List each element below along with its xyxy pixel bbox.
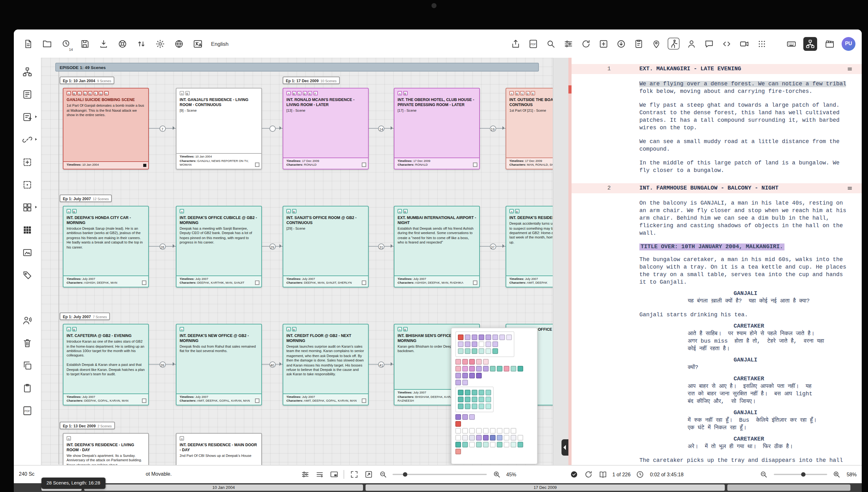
color-swatch[interactable]	[486, 403, 491, 409]
color-swatch[interactable]	[469, 359, 475, 365]
character-name[interactable]: GANJALI	[734, 410, 862, 416]
color-swatch[interactable]	[455, 435, 461, 441]
action-paragraph[interactable]: We fly past a steep ghat and towards a l…	[639, 102, 862, 132]
fit-view-icon[interactable]	[349, 470, 359, 479]
comments-icon[interactable]	[703, 38, 714, 49]
episode-header[interactable]: EPISODE 1: 49 Scenes	[55, 63, 539, 72]
layers-icon[interactable]	[315, 470, 324, 479]
select-area-icon[interactable]	[22, 157, 33, 168]
color-swatch[interactable]	[462, 414, 468, 420]
layout-grid-icon[interactable]	[22, 202, 33, 213]
code-icon[interactable]	[721, 38, 732, 49]
dialogue-text[interactable]: क्यों?	[688, 364, 862, 371]
zoom-in-icon[interactable]	[832, 470, 842, 479]
scene-card[interactable]: AB INT. CAFETERIA @ GB2 - EVENING Introd…	[63, 324, 149, 405]
autosave-check-icon[interactable]	[569, 470, 579, 479]
timeline-group-chip[interactable]: Ep 1: July 20077 Scenes	[60, 313, 110, 320]
zoom-in-icon[interactable]	[492, 470, 501, 479]
color-swatch[interactable]	[511, 435, 516, 441]
script-zoom-slider[interactable]	[774, 474, 827, 475]
connector-badge[interactable]: 29	[269, 243, 275, 249]
scene-card[interactable]: AB INT. DEEPAK'S RESIDENCE - MORNING Dee…	[506, 206, 553, 288]
board-filter-icon[interactable]	[300, 470, 310, 479]
scene-heading[interactable]: 2INT. FARMHOUSE BUNGALOW - BALCONY - NIG…	[571, 183, 862, 193]
color-swatch[interactable]	[455, 442, 461, 447]
scene-card[interactable]: AB INT. CREDIT FLOOR @ GB2 - NEXT MORNIN…	[283, 324, 369, 405]
share-icon[interactable]	[510, 38, 521, 49]
scene-card[interactable]: AB INT. SANJIT'S OFFICE ROOM @ GB2 - CON…	[283, 206, 369, 288]
color-swatch[interactable]	[483, 366, 489, 371]
scene-card[interactable]: A INT. DEEPAK'S NEW OFFICE @ GB2 - MORNI…	[176, 324, 262, 405]
language-selector[interactable]: English	[211, 41, 229, 47]
color-swatch[interactable]	[492, 348, 498, 354]
contacts-icon[interactable]	[686, 38, 697, 49]
color-swatch[interactable]	[469, 442, 475, 447]
color-swatch-icon[interactable]	[22, 292, 33, 303]
color-swatch[interactable]	[458, 403, 464, 409]
sync-icon[interactable]	[584, 470, 593, 479]
color-swatch[interactable]	[492, 341, 498, 347]
connector-badge[interactable]	[269, 125, 275, 131]
language-globe-icon[interactable]	[173, 38, 184, 49]
timeline-group-chip[interactable]: Ep 1: July 200712 Scenes	[60, 195, 112, 202]
dialogue-text[interactable]: आते है साहिब। पर श्याम होने से पहले निकल…	[688, 330, 862, 353]
color-swatch[interactable]	[455, 366, 461, 371]
video-camera-icon[interactable]	[738, 38, 749, 49]
color-swatch[interactable]	[490, 442, 496, 447]
connector-badge[interactable]: 40	[269, 361, 275, 367]
color-swatch[interactable]	[490, 428, 496, 434]
pdf-box-icon[interactable]: PDF	[22, 405, 33, 416]
color-swatch[interactable]	[497, 435, 502, 441]
board-view-icon[interactable]	[22, 67, 33, 77]
color-swatch[interactable]	[478, 335, 484, 340]
download-icon[interactable]	[98, 38, 109, 49]
timeline-group-chip[interactable]: Ep 1: 13 Dec 20092 Scenes	[60, 422, 115, 429]
color-swatch[interactable]	[465, 397, 470, 402]
color-swatch[interactable]	[455, 421, 461, 427]
color-swatch[interactable]	[465, 335, 470, 340]
connector-badge[interactable]: 7	[159, 125, 165, 131]
avatar[interactable]: PU	[842, 37, 855, 51]
color-swatch[interactable]	[472, 403, 477, 409]
color-swatch[interactable]	[458, 341, 464, 347]
duplicate-icon[interactable]	[22, 360, 33, 371]
scene-card[interactable]: AB INT. THE OBEROI HOTEL, CLUB HOUSE - P…	[394, 88, 480, 169]
color-swatch[interactable]	[504, 442, 509, 447]
color-swatch[interactable]	[490, 366, 496, 371]
voice-over-icon[interactable]	[22, 315, 33, 326]
color-swatch[interactable]	[465, 341, 470, 347]
color-swatch[interactable]	[465, 390, 470, 395]
color-swatch[interactable]	[490, 435, 496, 441]
board-view-icon[interactable]	[803, 37, 817, 51]
color-swatch[interactable]	[458, 390, 464, 395]
color-swatch[interactable]	[483, 442, 489, 447]
save-icon[interactable]	[79, 38, 90, 49]
preview-icon[interactable]	[824, 38, 835, 49]
color-swatch[interactable]	[504, 435, 509, 441]
color-swatch[interactable]	[462, 366, 468, 371]
color-swatch[interactable]	[499, 335, 505, 340]
open-folder-icon[interactable]	[42, 38, 52, 49]
color-swatch[interactable]	[497, 442, 502, 447]
report-icon[interactable]	[633, 38, 644, 49]
color-swatch[interactable]	[469, 414, 475, 420]
scene-card[interactable]: AB INT. GANJALI'S RESIDENCE - LIVING ROO…	[176, 88, 262, 169]
color-swatch[interactable]	[472, 397, 477, 402]
color-swatch[interactable]	[506, 335, 512, 340]
character-name[interactable]: CARETAKER	[734, 376, 862, 382]
dialogue-text[interactable]: में रुक नहीं रहा हूँ। Bus केलिये इंतिज़ा…	[688, 417, 862, 432]
color-swatch[interactable]	[486, 390, 491, 395]
board-zoom-slider[interactable]	[393, 474, 487, 475]
color-swatch[interactable]	[458, 397, 464, 402]
color-swatch[interactable]	[483, 435, 489, 441]
color-swatch[interactable]	[504, 366, 509, 371]
color-swatch[interactable]	[455, 373, 461, 378]
new-document-icon[interactable]	[23, 38, 33, 49]
action-paragraph[interactable]: The bungalow caretaker, a man in his mid…	[639, 256, 862, 286]
color-swatch[interactable]	[476, 366, 482, 371]
action-paragraph[interactable]: We are flying over a dense forest. We ca…	[639, 80, 862, 95]
scene-menu-icon[interactable]	[847, 185, 853, 191]
connector-badge[interactable]: 41	[378, 361, 384, 367]
character-name[interactable]: CARETAKER	[734, 436, 862, 442]
color-swatch[interactable]	[472, 348, 477, 354]
